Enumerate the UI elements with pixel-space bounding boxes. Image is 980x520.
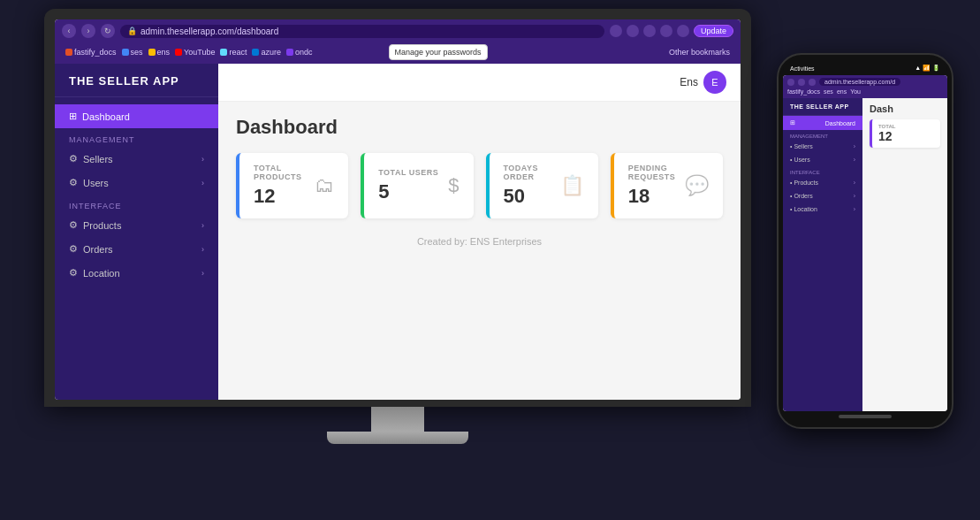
phone-management-label: MANAGEMENT bbox=[783, 130, 862, 140]
monitor: ‹ › ↻ 🔒 admin.thesellerapp.com/dashboard… bbox=[44, 9, 751, 444]
card-total-products: TOTAL PRODUCTS 12 🗂 bbox=[236, 153, 348, 218]
action-dot-3 bbox=[643, 25, 656, 37]
card-pending-label: PENDING REQUESTS bbox=[628, 164, 685, 181]
phone-orders-label: • Orders bbox=[790, 193, 813, 199]
browser-controls: ‹ › ↻ 🔒 admin.thesellerapp.com/dashboard… bbox=[62, 24, 733, 38]
orders-card-icon: 📋 bbox=[560, 174, 584, 197]
bookmark-bar: fastify_docs ses ens YouTube bbox=[62, 42, 733, 60]
bm-fastify[interactable]: fastify_docs bbox=[65, 48, 117, 57]
user-avatar: E bbox=[703, 71, 726, 94]
sellers-label: Sellers bbox=[83, 154, 113, 164]
card-orders-label: TODAYS ORDER bbox=[504, 164, 560, 181]
phone: Activities ▲ 📶 🔋 admin.thesellerapp.com/… bbox=[777, 53, 953, 429]
forward-button[interactable]: › bbox=[81, 24, 95, 38]
sidebar-item-users[interactable]: ⚙ Users › bbox=[55, 171, 218, 195]
phone-sidebar-location[interactable]: • Location › bbox=[783, 203, 862, 216]
bm-azure[interactable]: azure bbox=[252, 48, 281, 57]
lock-icon: 🔒 bbox=[127, 27, 137, 35]
phone-products-label: • Products bbox=[790, 180, 818, 186]
bm-react-label: react bbox=[229, 48, 247, 57]
password-tooltip: Manage your passwords bbox=[389, 44, 488, 60]
card-total-users: TOTAL USERS 5 $ bbox=[361, 153, 473, 218]
phone-app-layout: THE SELLER APP ⊞ Dashboard MANAGEMENT • … bbox=[783, 98, 947, 411]
sidebar-item-orders[interactable]: ⚙ Orders › bbox=[55, 237, 218, 261]
bm-youtube[interactable]: YouTube bbox=[175, 48, 215, 57]
phone-users-label: • Users bbox=[790, 157, 810, 163]
bm-ses[interactable]: ses bbox=[122, 48, 143, 57]
phone-bm-fastify: fastify_docs bbox=[787, 88, 820, 95]
card-users-label: TOTAL USERS bbox=[378, 168, 438, 177]
orders-icon: ⚙ bbox=[69, 243, 78, 255]
products-label: Products bbox=[83, 220, 121, 231]
url-bar[interactable]: 🔒 admin.thesellerapp.com/dashboard bbox=[120, 25, 604, 38]
card-orders-info: TODAYS ORDER 50 bbox=[504, 164, 560, 208]
phone-bm-bar: fastify_docs ses ens You bbox=[787, 88, 943, 96]
bm-ondc[interactable]: ondc bbox=[286, 48, 313, 57]
page-body: Dashboard TOTAL PRODUCTS 12 🗂 bbox=[218, 102, 741, 400]
phone-card-value: 12 bbox=[878, 129, 934, 143]
products-icon: ⚙ bbox=[69, 219, 78, 231]
phone-sidebar-sellers[interactable]: • Sellers › bbox=[783, 140, 862, 153]
dashboard-item-left: ⊞ Dashboard bbox=[69, 111, 130, 122]
monitor-stand bbox=[44, 407, 751, 444]
back-button[interactable]: ‹ bbox=[62, 24, 76, 38]
users-label: Users bbox=[83, 178, 109, 188]
other-bookmarks: Other bookmarks bbox=[669, 48, 730, 57]
management-label: MANAGEMENT bbox=[55, 128, 218, 147]
browser-bar: ‹ › ↻ 🔒 admin.thesellerapp.com/dashboard… bbox=[55, 19, 741, 64]
sidebar-item-products[interactable]: ⚙ Products › bbox=[55, 213, 218, 237]
action-dot-2 bbox=[627, 25, 639, 37]
users-card-icon: $ bbox=[448, 174, 459, 197]
card-pending-requests: PENDING REQUESTS 18 💬 bbox=[611, 153, 723, 218]
phone-users-chevron: › bbox=[854, 157, 855, 163]
bm-ens[interactable]: ens bbox=[148, 48, 171, 57]
action-dot-5 bbox=[677, 25, 689, 37]
users-chevron: › bbox=[201, 179, 204, 187]
phone-dashboard-icon: ⊞ bbox=[790, 119, 795, 126]
orders-chevron: › bbox=[201, 245, 204, 254]
products-item-left: ⚙ Products bbox=[69, 219, 121, 231]
phone-screen: admin.thesellerapp.com/d fastify_docs se… bbox=[783, 75, 947, 411]
users-icon: ⚙ bbox=[69, 177, 78, 188]
bm-react[interactable]: react bbox=[220, 48, 247, 57]
card-products-value: 12 bbox=[254, 185, 315, 208]
sidebar-item-dashboard[interactable]: ⊞ Dashboard bbox=[55, 104, 218, 128]
sidebar-item-sellers[interactable]: ⚙ Sellers › bbox=[55, 147, 218, 171]
user-name: Ens bbox=[680, 76, 698, 88]
refresh-button[interactable]: ↻ bbox=[101, 24, 115, 38]
update-button[interactable]: Update bbox=[694, 25, 733, 37]
phone-main: Dash TOTAL 12 bbox=[862, 98, 947, 411]
main-content: Ens E Dashboard TOTAL PRODUCTS 12 bbox=[218, 64, 741, 400]
products-chevron: › bbox=[201, 221, 204, 230]
stand-base bbox=[327, 432, 468, 444]
location-icon: ⚙ bbox=[69, 267, 78, 279]
sellers-item-left: ⚙ Sellers bbox=[69, 153, 113, 164]
users-item-left: ⚙ Users bbox=[69, 177, 109, 188]
phone-orders-chevron: › bbox=[854, 193, 855, 199]
monitor-bezel: ‹ › ↻ 🔒 admin.thesellerapp.com/dashboard… bbox=[44, 9, 751, 407]
phone-notch-bar: Activities ▲ 📶 🔋 bbox=[783, 62, 947, 74]
phone-url-bar: admin.thesellerapp.com/d bbox=[819, 78, 900, 86]
location-chevron: › bbox=[201, 269, 204, 278]
browser-actions: Update bbox=[610, 25, 733, 37]
sidebar-nav: ⊞ Dashboard MANAGEMENT ⚙ Sellers › bbox=[55, 97, 218, 292]
phone-sidebar-users[interactable]: • Users › bbox=[783, 153, 862, 166]
phone-bezel: Activities ▲ 📶 🔋 admin.thesellerapp.com/… bbox=[777, 53, 953, 429]
phone-sidebar-products[interactable]: • Products › bbox=[783, 176, 862, 189]
user-info: Ens E bbox=[680, 71, 726, 94]
phone-sidebar: THE SELLER APP ⊞ Dashboard MANAGEMENT • … bbox=[783, 98, 862, 411]
sidebar-item-location[interactable]: ⚙ Location › bbox=[55, 261, 218, 285]
pending-card-icon: 💬 bbox=[685, 174, 709, 197]
phone-sidebar-orders[interactable]: • Orders › bbox=[783, 189, 862, 203]
phone-sellers-label: • Sellers bbox=[790, 143, 813, 149]
phone-interface-label: INTERFACE bbox=[783, 166, 862, 176]
sidebar-logo: THE SELLER APP bbox=[55, 64, 218, 97]
credit-line: Created by: ENS Enterprises bbox=[236, 236, 723, 247]
phone-browser-bar: admin.thesellerapp.com/d fastify_docs se… bbox=[783, 75, 947, 98]
phone-status-icons: ▲ 📶 🔋 bbox=[915, 65, 940, 72]
phone-sidebar-dashboard[interactable]: ⊞ Dashboard bbox=[783, 116, 862, 130]
phone-sellers-chevron: › bbox=[854, 143, 855, 149]
page-title: Dashboard bbox=[236, 116, 723, 139]
phone-dashboard-label: Dashboard bbox=[825, 120, 855, 126]
phone-sidebar-logo: THE SELLER APP bbox=[783, 98, 862, 116]
